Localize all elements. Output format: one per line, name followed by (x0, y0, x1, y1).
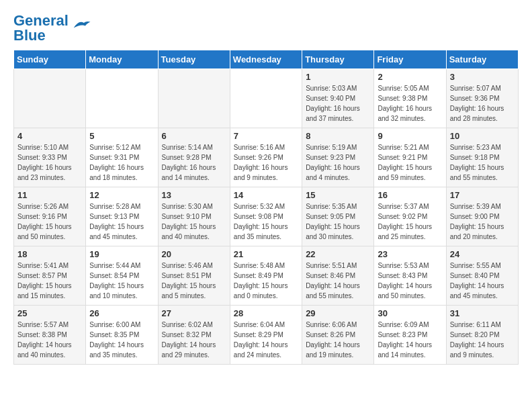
table-row: 15Sunrise: 5:35 AM Sunset: 9:05 PM Dayli… (302, 187, 374, 246)
day-info: Sunrise: 5:28 AM Sunset: 9:13 PM Dayligh… (89, 201, 154, 242)
day-number: 3 (450, 72, 515, 82)
table-row: 2Sunrise: 5:05 AM Sunset: 9:38 PM Daylig… (374, 69, 446, 128)
calendar-table: SundayMondayTuesdayWednesdayThursdayFrid… (13, 50, 519, 365)
table-row: 4Sunrise: 5:10 AM Sunset: 9:33 PM Daylig… (14, 128, 86, 187)
day-number: 27 (162, 308, 226, 318)
day-number: 29 (306, 308, 370, 318)
week-row-4: 18Sunrise: 5:41 AM Sunset: 8:57 PM Dayli… (14, 246, 519, 306)
day-number: 13 (162, 190, 226, 200)
day-number: 18 (17, 249, 82, 259)
table-row: 8Sunrise: 5:19 AM Sunset: 9:23 PM Daylig… (302, 128, 374, 187)
day-number: 25 (17, 308, 82, 318)
weekday-header-monday: Monday (86, 50, 158, 69)
day-info: Sunrise: 5:03 AM Sunset: 9:40 PM Dayligh… (306, 83, 370, 124)
day-number: 28 (234, 308, 298, 318)
table-row: 11Sunrise: 5:26 AM Sunset: 9:16 PM Dayli… (14, 187, 86, 246)
day-info: Sunrise: 5:10 AM Sunset: 9:33 PM Dayligh… (17, 142, 82, 183)
day-info: Sunrise: 6:02 AM Sunset: 8:32 PM Dayligh… (162, 320, 226, 360)
day-info: Sunrise: 5:16 AM Sunset: 9:26 PM Dayligh… (234, 142, 298, 183)
day-info: Sunrise: 6:06 AM Sunset: 8:26 PM Dayligh… (306, 320, 370, 360)
day-info: Sunrise: 5:26 AM Sunset: 9:16 PM Dayligh… (17, 201, 82, 242)
table-row: 29Sunrise: 6:06 AM Sunset: 8:26 PM Dayli… (302, 306, 374, 365)
table-row: 17Sunrise: 5:39 AM Sunset: 9:00 PM Dayli… (446, 187, 518, 246)
day-info: Sunrise: 5:35 AM Sunset: 9:05 PM Dayligh… (306, 201, 370, 242)
day-info: Sunrise: 5:57 AM Sunset: 8:38 PM Dayligh… (17, 320, 82, 360)
week-row-5: 25Sunrise: 5:57 AM Sunset: 8:38 PM Dayli… (14, 306, 519, 365)
table-row: 5Sunrise: 5:12 AM Sunset: 9:31 PM Daylig… (86, 128, 158, 187)
table-row (86, 69, 158, 128)
day-number: 19 (89, 249, 154, 259)
day-info: Sunrise: 5:32 AM Sunset: 9:08 PM Dayligh… (234, 201, 298, 242)
table-row: 26Sunrise: 6:00 AM Sunset: 8:35 PM Dayli… (86, 306, 158, 365)
table-row: 22Sunrise: 5:51 AM Sunset: 8:46 PM Dayli… (302, 246, 374, 306)
day-number: 5 (89, 131, 154, 141)
table-row: 1Sunrise: 5:03 AM Sunset: 9:40 PM Daylig… (302, 69, 374, 128)
day-number: 16 (378, 190, 442, 200)
weekday-header-sunday: Sunday (14, 50, 86, 69)
table-row: 20Sunrise: 5:46 AM Sunset: 8:51 PM Dayli… (158, 246, 230, 306)
day-number: 10 (450, 131, 515, 141)
day-number: 15 (306, 190, 370, 200)
table-row: 9Sunrise: 5:21 AM Sunset: 9:21 PM Daylig… (374, 128, 446, 187)
day-info: Sunrise: 5:12 AM Sunset: 9:31 PM Dayligh… (89, 142, 154, 183)
day-number: 20 (162, 249, 226, 259)
day-info: Sunrise: 6:04 AM Sunset: 8:29 PM Dayligh… (234, 320, 298, 360)
day-number: 22 (306, 249, 370, 259)
day-info: Sunrise: 5:39 AM Sunset: 9:00 PM Dayligh… (450, 201, 515, 242)
table-row: 21Sunrise: 5:48 AM Sunset: 8:49 PM Dayli… (230, 246, 302, 306)
day-info: Sunrise: 5:05 AM Sunset: 9:38 PM Dayligh… (378, 83, 442, 124)
table-row: 14Sunrise: 5:32 AM Sunset: 9:08 PM Dayli… (230, 187, 302, 246)
day-number: 2 (378, 72, 442, 82)
table-row: 19Sunrise: 5:44 AM Sunset: 8:54 PM Dayli… (86, 246, 158, 306)
day-number: 1 (306, 72, 370, 82)
day-info: Sunrise: 5:19 AM Sunset: 9:23 PM Dayligh… (306, 142, 370, 183)
weekday-header-friday: Friday (374, 50, 446, 69)
day-info: Sunrise: 5:48 AM Sunset: 8:49 PM Dayligh… (234, 261, 298, 301)
weekday-header-wednesday: Wednesday (230, 50, 302, 69)
day-info: Sunrise: 5:23 AM Sunset: 9:18 PM Dayligh… (450, 142, 515, 183)
logo-text: GeneralBlue (13, 13, 69, 43)
day-number: 11 (17, 190, 82, 200)
page-header: GeneralBlue (13, 13, 519, 43)
day-number: 12 (89, 190, 154, 200)
weekday-header-row: SundayMondayTuesdayWednesdayThursdayFrid… (14, 50, 519, 69)
table-row: 13Sunrise: 5:30 AM Sunset: 9:10 PM Dayli… (158, 187, 230, 246)
day-number: 8 (306, 131, 370, 141)
day-info: Sunrise: 5:44 AM Sunset: 8:54 PM Dayligh… (89, 261, 154, 301)
day-number: 21 (234, 249, 298, 259)
day-info: Sunrise: 5:30 AM Sunset: 9:10 PM Dayligh… (162, 201, 226, 242)
day-number: 30 (378, 308, 442, 318)
day-number: 4 (17, 131, 82, 141)
day-info: Sunrise: 5:46 AM Sunset: 8:51 PM Dayligh… (162, 261, 226, 301)
table-row: 6Sunrise: 5:14 AM Sunset: 9:28 PM Daylig… (158, 128, 230, 187)
table-row (14, 69, 86, 128)
table-row (158, 69, 230, 128)
weekday-header-tuesday: Tuesday (158, 50, 230, 69)
table-row: 7Sunrise: 5:16 AM Sunset: 9:26 PM Daylig… (230, 128, 302, 187)
day-info: Sunrise: 5:14 AM Sunset: 9:28 PM Dayligh… (162, 142, 226, 183)
day-number: 7 (234, 131, 298, 141)
day-info: Sunrise: 5:51 AM Sunset: 8:46 PM Dayligh… (306, 261, 370, 301)
week-row-2: 4Sunrise: 5:10 AM Sunset: 9:33 PM Daylig… (14, 128, 519, 187)
logo: GeneralBlue (13, 13, 91, 43)
weekday-header-saturday: Saturday (446, 50, 518, 69)
day-info: Sunrise: 6:11 AM Sunset: 8:20 PM Dayligh… (450, 320, 515, 360)
table-row (230, 69, 302, 128)
day-number: 14 (234, 190, 298, 200)
day-number: 26 (89, 308, 154, 318)
weekday-header-thursday: Thursday (302, 50, 374, 69)
table-row: 30Sunrise: 6:09 AM Sunset: 8:23 PM Dayli… (374, 306, 446, 365)
day-number: 24 (450, 249, 515, 259)
day-info: Sunrise: 5:37 AM Sunset: 9:02 PM Dayligh… (378, 201, 442, 242)
table-row: 25Sunrise: 5:57 AM Sunset: 8:38 PM Dayli… (14, 306, 86, 365)
table-row: 12Sunrise: 5:28 AM Sunset: 9:13 PM Dayli… (86, 187, 158, 246)
day-number: 17 (450, 190, 515, 200)
day-info: Sunrise: 6:00 AM Sunset: 8:35 PM Dayligh… (89, 320, 154, 360)
table-row: 16Sunrise: 5:37 AM Sunset: 9:02 PM Dayli… (374, 187, 446, 246)
day-number: 9 (378, 131, 442, 141)
day-info: Sunrise: 5:55 AM Sunset: 8:40 PM Dayligh… (450, 261, 515, 301)
day-info: Sunrise: 5:53 AM Sunset: 8:43 PM Dayligh… (378, 261, 442, 301)
day-info: Sunrise: 6:09 AM Sunset: 8:23 PM Dayligh… (378, 320, 442, 360)
table-row: 24Sunrise: 5:55 AM Sunset: 8:40 PM Dayli… (446, 246, 518, 306)
week-row-3: 11Sunrise: 5:26 AM Sunset: 9:16 PM Dayli… (14, 187, 519, 246)
